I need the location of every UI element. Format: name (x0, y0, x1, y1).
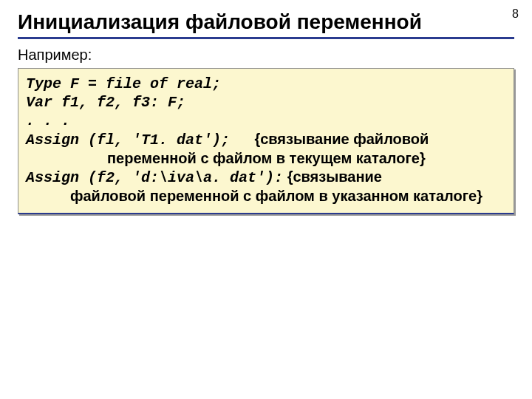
comment-1b: переменной с файлом в текущем каталоге} (26, 149, 506, 168)
code-assign-1: Assign (fl, 'T1. dat'); (26, 132, 230, 149)
comment-1a: {связывание файловой (254, 131, 429, 147)
page-number: 8 (512, 7, 519, 21)
code-assign-2: Assign (f2, 'd:\iva\a. dat'): (26, 169, 283, 186)
code-box: Type F = file of real; Var f1, f2, f3: F… (18, 68, 514, 214)
example-label: Например: (18, 47, 514, 64)
code-line-4: Assign (fl, 'T1. dat'); {связывание файл… (26, 130, 506, 149)
code-line-2: Var f1, f2, f3: F; (26, 93, 506, 112)
slide-content: Инициализация файловой переменной Наприм… (0, 0, 532, 214)
code-line-3: . . . (26, 112, 506, 130)
code-line-1: Type F = file of real; (26, 75, 506, 93)
comment-2b: файловой переменной с файлом в указанном… (26, 187, 506, 205)
title-underline (18, 37, 514, 39)
comment-2a: {связывание (287, 168, 382, 185)
slide-title: Инициализация файловой переменной (18, 10, 514, 34)
code-line-5: Assign (f2, 'd:\iva\a. dat'): {связывани… (26, 168, 506, 187)
